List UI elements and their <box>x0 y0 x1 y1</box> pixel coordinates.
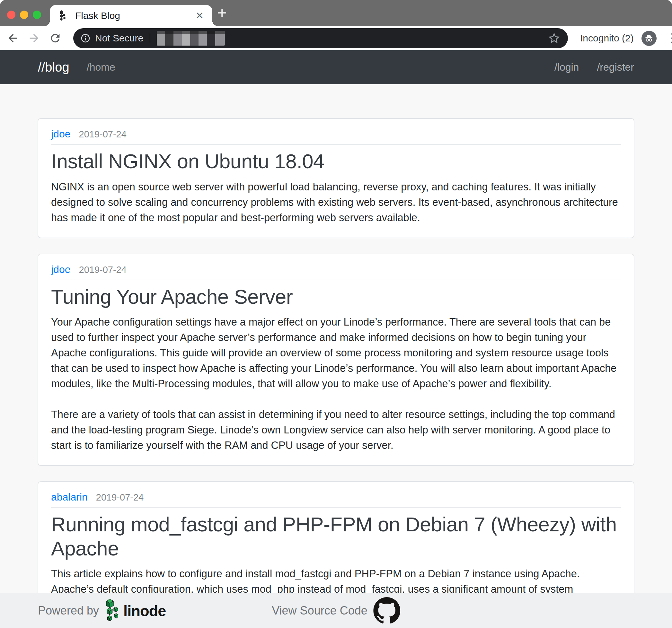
post-paragraph: There are a variety of tools that can as… <box>51 407 621 453</box>
site-navbar: //blog /home /login /register <box>0 50 672 84</box>
meta-divider <box>51 507 621 508</box>
browser-toolbar: Not Secure Incognito (2) <box>0 26 672 50</box>
post-title: Install NGINX on Ubuntu 18.04 <box>51 149 621 173</box>
post-card: abalarin 2019-07-24 Running mod_fastcgi … <box>38 481 634 610</box>
post-author-link[interactable]: jdoe <box>51 264 71 275</box>
reload-icon <box>49 32 62 45</box>
meta-divider <box>51 144 621 145</box>
tab-close-icon[interactable]: ✕ <box>196 11 203 21</box>
post-date: 2019-07-24 <box>79 265 126 275</box>
tab-title: Flask Blog <box>75 10 196 21</box>
post-author-link[interactable]: abalarin <box>51 492 88 503</box>
browser-tab[interactable]: Flask Blog ✕ <box>50 5 212 26</box>
navbar-brand[interactable]: //blog <box>38 60 69 74</box>
bookmark-star-icon[interactable] <box>547 31 561 45</box>
titlebar: Flask Blog ✕ + <box>0 0 672 26</box>
address-bar[interactable]: Not Secure <box>73 28 568 48</box>
powered-by-label: Powered by <box>38 604 99 618</box>
post-title: Running mod_fastcgi and PHP-FPM on Debia… <box>51 512 621 560</box>
incognito-profile-icon[interactable] <box>642 31 656 46</box>
back-arrow-icon <box>6 32 19 45</box>
minimize-window-button[interactable] <box>20 10 28 19</box>
nav-item-login[interactable]: /login <box>554 61 579 73</box>
nav-item-home[interactable]: /home <box>87 61 115 73</box>
forward-arrow-icon <box>28 32 41 45</box>
incognito-count-label: Incognito (2) <box>580 33 634 44</box>
zoom-window-button[interactable] <box>33 10 41 19</box>
github-logo-icon <box>373 597 400 624</box>
nav-item-register[interactable]: /register <box>597 61 634 73</box>
post-paragraph: NGINX is an open source web server with … <box>51 179 621 225</box>
site-footer: Powered by <box>0 593 672 628</box>
post-body: This article explains how to configure a… <box>51 566 621 597</box>
info-icon[interactable] <box>80 33 91 43</box>
forward-button[interactable] <box>27 31 41 45</box>
close-window-button[interactable] <box>7 10 16 19</box>
browser-menu-button[interactable] <box>666 31 672 46</box>
linode-link[interactable]: linode <box>105 598 166 623</box>
linode-wordmark: linode <box>123 602 166 620</box>
kebab-menu-icon <box>666 31 672 46</box>
post-meta: abalarin 2019-07-24 <box>51 492 621 503</box>
linode-favicon-icon <box>58 10 68 22</box>
incognito-glyph-icon <box>643 33 654 44</box>
post-body: NGINX is an open source web server with … <box>51 179 621 225</box>
post-date: 2019-07-24 <box>79 129 126 140</box>
meta-divider <box>51 280 621 280</box>
linode-logo-icon <box>105 598 123 623</box>
security-status-label[interactable]: Not Secure <box>95 33 143 44</box>
post-paragraph: This article explains how to configure a… <box>51 566 621 597</box>
redacted-url <box>157 31 225 46</box>
github-link[interactable] <box>373 597 400 624</box>
post-card: jdoe 2019-07-24 Tuning Your Apache Serve… <box>38 254 634 466</box>
post-paragraph: Your Apache configuration settings have … <box>51 314 621 392</box>
post-date: 2019-07-24 <box>96 493 144 503</box>
omnibox-divider <box>150 33 150 43</box>
post-meta: jdoe 2019-07-24 <box>51 264 621 275</box>
view-source-label: View Source Code <box>272 604 367 618</box>
post-title: Tuning Your Apache Server <box>51 285 621 308</box>
post-card: jdoe 2019-07-24 Install NGINX on Ubuntu … <box>38 118 634 238</box>
new-tab-button[interactable]: + <box>217 4 227 21</box>
post-body: Your Apache configuration settings have … <box>51 314 621 453</box>
post-list: jdoe 2019-07-24 Install NGINX on Ubuntu … <box>0 84 672 628</box>
post-author-link[interactable]: jdoe <box>51 128 71 140</box>
post-meta: jdoe 2019-07-24 <box>51 128 621 140</box>
browser-window: Flask Blog ✕ + Not Secure <box>0 0 672 628</box>
reload-button[interactable] <box>48 31 62 45</box>
back-button[interactable] <box>6 31 20 45</box>
